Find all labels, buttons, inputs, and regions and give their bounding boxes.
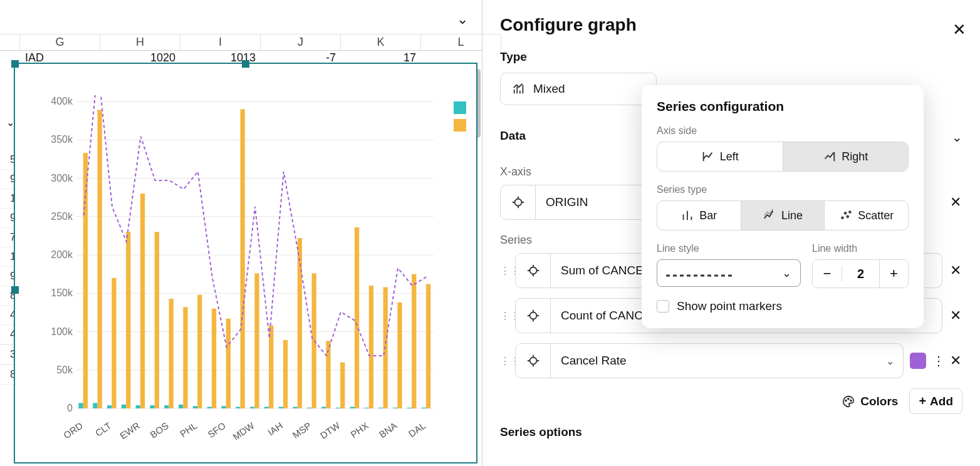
svg-rect-52 [112,278,116,408]
chevron-down-icon[interactable]: ⌄ [457,11,468,28]
remove-series-button[interactable]: ✕ [949,353,962,369]
svg-rect-37 [250,407,254,408]
svg-point-89 [529,267,536,274]
col-header[interactable]: G [20,34,100,50]
svg-text:200k: 200k [51,249,73,260]
decrement-button[interactable]: − [813,260,842,287]
svg-text:PHL: PHL [178,420,199,440]
drag-handle-icon[interactable]: ⋮⋮ [500,310,509,322]
svg-point-93 [848,398,849,399]
chevron-down-icon: ⌄ [782,266,791,280]
svg-point-90 [529,313,536,319]
chart-legend [454,101,466,137]
svg-rect-25 [78,403,83,408]
axis-side-left[interactable]: Left [657,142,783,171]
svg-rect-34 [207,407,212,408]
chevron-down-icon[interactable]: ⌄ [877,355,903,367]
svg-text:MSP: MSP [291,420,313,440]
svg-rect-57 [183,307,187,408]
target-icon [526,309,540,323]
svg-rect-29 [136,405,140,408]
svg-rect-61 [241,109,245,408]
series-config-popover: Series configuration Axis side LeftRight… [642,85,924,328]
close-icon[interactable]: ✕ [952,20,966,39]
increment-button[interactable]: + [879,260,908,287]
config-panel: ✕ Configure graph Type Mixed Data ⌄ X-ax… [482,0,980,466]
line-width-value: 2 [842,267,879,281]
legend-swatch [454,101,466,114]
svg-rect-30 [150,405,154,408]
col-header[interactable]: K [341,34,421,50]
svg-rect-53 [126,232,130,408]
chart-container[interactable]: 050k100k150k200k250k300k350k400k 0.0050.… [14,63,477,463]
svg-rect-40 [293,407,297,408]
spreadsheet-pane: ⌄ G H I J K L IAD 1020 1013 -7 17 ⌄ 53 9… [0,0,482,466]
series-type-scatter[interactable]: Scatter [824,201,908,230]
drag-handle-icon[interactable]: ⋮⋮ [500,355,509,367]
remove-xaxis-button[interactable]: ✕ [949,194,962,210]
series-type-line[interactable]: Line [741,201,825,230]
svg-text:150k: 150k [51,287,73,298]
svg-text:BOS: BOS [148,420,170,440]
legend-swatch [454,119,466,132]
svg-text:CLT: CLT [93,420,113,439]
dashed-line-icon [666,274,735,277]
svg-text:MDW: MDW [231,420,256,440]
graph-type-select[interactable]: Mixed [500,73,657,105]
drag-handle-icon[interactable]: ⋮⋮ [500,265,509,277]
svg-rect-27 [107,405,112,408]
svg-text:350k: 350k [51,134,73,145]
svg-point-88 [514,199,521,206]
svg-rect-59 [212,309,216,408]
line-style-select[interactable]: ⌄ [657,259,801,287]
series-color-chip[interactable] [910,353,926,369]
svg-rect-36 [236,407,240,408]
series-options-label: Series options [500,425,962,439]
scatter-icon [839,209,853,222]
line-width-stepper: − 2 + [812,259,909,288]
axis-side-toggle: LeftRight [657,142,909,172]
series-select[interactable]: Cancel Rate⌄ [515,343,904,378]
svg-rect-45 [364,408,368,408]
remove-series-button[interactable]: ✕ [949,308,962,324]
colors-button[interactable]: Colors [842,395,898,408]
svg-rect-54 [140,194,145,408]
svg-rect-74 [426,284,430,408]
svg-rect-56 [169,299,174,408]
svg-text:EWR: EWR [118,420,142,440]
col-header[interactable]: H [100,34,180,50]
svg-text:ORD: ORD [61,420,85,440]
more-icon[interactable]: ⋮ [932,353,942,368]
svg-rect-64 [283,340,288,408]
chevron-down-icon[interactable]: ⌄ [952,130,962,145]
chart-plot: 050k100k150k200k250k300k350k400k 0.0050.… [51,95,434,440]
svg-text:IAH: IAH [266,420,284,438]
axis-side-right[interactable]: Right [783,142,909,171]
svg-text:300k: 300k [51,173,73,184]
svg-rect-44 [350,407,355,408]
add-series-button[interactable]: + Add [909,388,962,414]
svg-text:50k: 50k [56,365,73,375]
svg-text:400k: 400k [51,96,73,106]
svg-rect-58 [197,295,202,408]
svg-rect-38 [264,407,269,408]
svg-point-91 [529,358,536,365]
resize-handle[interactable] [242,60,249,68]
data-section-label: Data [500,129,526,143]
xaxis-value: ORIGIN [536,195,598,209]
plus-icon: + [919,394,926,408]
resize-handle[interactable] [11,286,19,294]
axis-left-icon [701,150,715,163]
palette-icon [842,395,855,408]
mixed-chart-icon [512,82,526,96]
remove-series-button[interactable]: ✕ [949,262,962,279]
col-header[interactable]: J [261,34,341,50]
xaxis-select[interactable]: ORIGIN [500,185,660,220]
series-name: Cancel Rate [551,354,877,368]
show-markers-checkbox[interactable] [657,300,669,313]
svg-point-94 [850,400,852,401]
col-header[interactable]: I [180,34,261,50]
resize-handle[interactable] [11,60,19,68]
series-type-bar[interactable]: Bar [657,201,741,230]
svg-rect-69 [355,227,359,408]
